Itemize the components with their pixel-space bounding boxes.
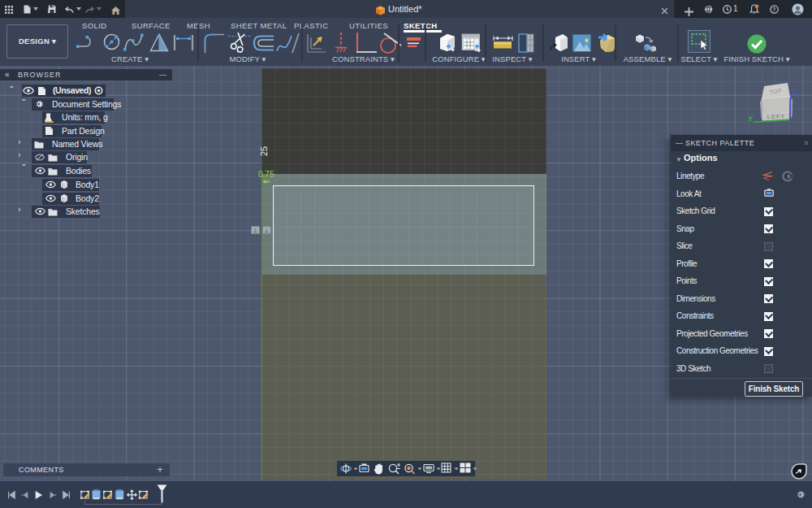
svg-text:Y: Y <box>748 114 754 123</box>
svg-text:LEFT: LEFT <box>767 113 785 120</box>
svg-text:Z: Z <box>793 87 797 96</box>
svg-text:?: ? <box>772 7 775 12</box>
